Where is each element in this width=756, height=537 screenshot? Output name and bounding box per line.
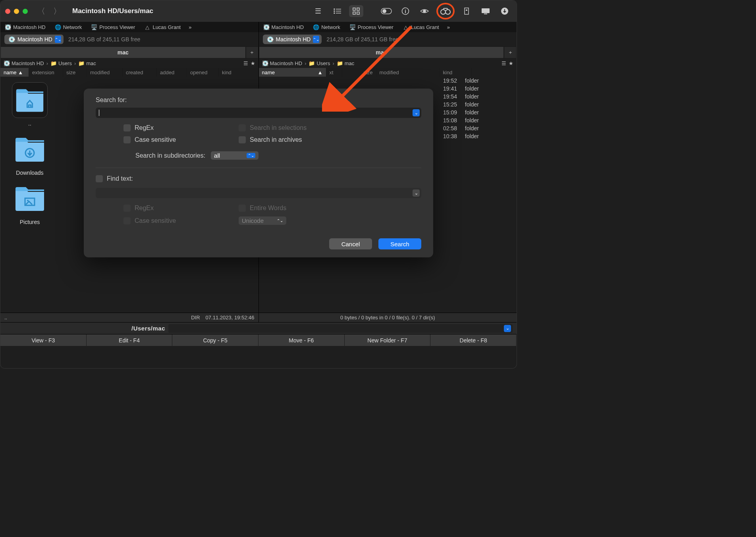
- info-icon[interactable]: i: [398, 5, 413, 17]
- search-button[interactable]: Search: [378, 238, 421, 249]
- tab-process-viewer[interactable]: 🖥️ Process Viewer: [345, 22, 398, 32]
- grid-view-icon[interactable]: [349, 5, 363, 17]
- breadcrumb-item[interactable]: 📁 mac: [78, 60, 96, 66]
- column-opened[interactable]: opened: [187, 68, 219, 77]
- gdrive-icon: △: [145, 24, 150, 30]
- breadcrumb-item[interactable]: 💽 Macintosh HD: [4, 60, 44, 66]
- fkey-edit[interactable]: Edit - F4: [87, 334, 173, 346]
- regex-checkbox-2: RegEx: [123, 205, 223, 212]
- column-name[interactable]: name▲: [259, 68, 326, 77]
- column-added[interactable]: added: [157, 68, 187, 77]
- entire-words-checkbox: Entire Words: [239, 205, 342, 212]
- new-tab-button[interactable]: ＋: [504, 46, 517, 58]
- toggle-icon[interactable]: [379, 5, 393, 17]
- hamburger-icon[interactable]: ☰: [311, 5, 325, 17]
- column-kind[interactable]: kind: [219, 68, 258, 77]
- cancel-button[interactable]: Cancel: [329, 238, 372, 249]
- tab-macintosh-hd[interactable]: 💽 Macintosh HD: [259, 22, 309, 32]
- breadcrumb-item[interactable]: 💽 Macintosh HD: [262, 60, 303, 66]
- volume-selector[interactable]: 💽 Macintosh HD ⌃⌄: [4, 35, 64, 44]
- find-text-checkbox[interactable]: Find text:: [96, 175, 421, 182]
- search-dialog: Search for: ⌄ RegEx Search in selections…: [84, 89, 433, 257]
- list-item[interactable]: Pictures: [6, 181, 54, 225]
- list-icon[interactable]: ☰: [243, 60, 248, 66]
- column-ext[interactable]: xt: [326, 68, 342, 77]
- table-row[interactable]: 19:52folder: [259, 77, 517, 85]
- fkey-bar: View - F3 Edit - F4 Copy - F5 Move - F6 …: [0, 334, 517, 346]
- case-sensitive-checkbox-2: Case sensitive: [123, 216, 223, 225]
- star-icon[interactable]: ★: [251, 60, 255, 66]
- column-modified[interactable]: modified: [87, 68, 123, 77]
- network-icon: 🌐: [313, 24, 319, 30]
- forward-button[interactable]: 〉: [53, 6, 61, 17]
- column-created[interactable]: created: [123, 68, 157, 77]
- find-text-input[interactable]: ⌄: [96, 188, 421, 198]
- subdir-label: Search in subdirectories:: [135, 152, 205, 159]
- subdir-select[interactable]: all ⌃⌄: [211, 151, 258, 160]
- status-left: .. DIR 07.11.2023, 19:52:46: [0, 313, 258, 322]
- download-icon[interactable]: [498, 5, 512, 17]
- tab-network[interactable]: 🌐 Network: [309, 22, 345, 32]
- hd-icon: 💽: [8, 36, 15, 42]
- star-icon[interactable]: ★: [509, 60, 513, 66]
- gdrive-icon: △: [403, 24, 409, 30]
- svg-point-14: [423, 10, 426, 12]
- fkey-view[interactable]: View - F3: [0, 334, 87, 346]
- home-folder-icon: [12, 82, 48, 118]
- volume-selector[interactable]: 💽 Macintosh HD ⌃⌄: [263, 35, 322, 44]
- directory-header-button[interactable]: mac: [259, 46, 504, 58]
- case-sensitive-checkbox[interactable]: Case sensitive: [123, 136, 223, 143]
- archive-icon[interactable]: [459, 5, 474, 17]
- back-button[interactable]: 〈: [37, 6, 45, 17]
- directory-header-button[interactable]: mac: [0, 46, 246, 58]
- regex-checkbox[interactable]: RegEx: [123, 124, 223, 131]
- close-window-button[interactable]: [5, 9, 10, 14]
- column-extension[interactable]: extension: [29, 68, 63, 77]
- tab-lucas-grant[interactable]: △ Lucas Grant: [398, 22, 444, 32]
- chevron-updown-icon: ⌃⌄: [313, 36, 319, 43]
- status-right: 0 bytes / 0 bytes in 0 / 0 file(s). 0 / …: [258, 313, 517, 322]
- list-icon[interactable]: ☰: [501, 60, 506, 66]
- tabs-overflow-button[interactable]: »: [185, 24, 195, 30]
- fkey-move[interactable]: Move - F6: [258, 334, 345, 346]
- fkey-delete[interactable]: Delete - F8: [430, 334, 517, 346]
- list-view-icon[interactable]: [330, 5, 344, 17]
- fkey-newfolder[interactable]: New Folder - F7: [345, 334, 431, 346]
- tab-lucas-grant[interactable]: △ Lucas Grant: [140, 22, 185, 32]
- tab-process-viewer[interactable]: 🖥️ Process Viewer: [87, 22, 140, 32]
- column-modified[interactable]: modified: [376, 68, 440, 77]
- column-name[interactable]: name ▲: [0, 68, 29, 77]
- tabs-overflow-button[interactable]: »: [444, 24, 453, 30]
- column-kind[interactable]: kind: [440, 68, 472, 77]
- search-input[interactable]: ⌄: [96, 108, 421, 118]
- svg-rect-19: [482, 8, 490, 13]
- eye-icon[interactable]: [417, 5, 432, 17]
- search-binoculars-icon[interactable]: [436, 3, 455, 19]
- new-tab-button[interactable]: ＋: [246, 46, 258, 58]
- encoding-select: Unicode ⌃⌄: [239, 216, 342, 225]
- toolbar: 〈 〉 Macintosh HD/Users/mac ☰ i: [0, 0, 517, 22]
- monitor-icon[interactable]: [478, 5, 493, 17]
- fkey-copy[interactable]: Copy - F5: [172, 334, 258, 346]
- column-size[interactable]: size: [342, 68, 376, 77]
- svg-point-24: [27, 200, 29, 201]
- column-size[interactable]: size: [63, 68, 87, 77]
- search-archives-checkbox[interactable]: Search in archives: [239, 136, 342, 143]
- tab-network[interactable]: 🌐 Network: [50, 22, 87, 32]
- svg-point-0: [334, 9, 335, 10]
- process-icon: 🖥️: [91, 24, 97, 30]
- svg-point-15: [441, 10, 446, 14]
- tab-macintosh-hd[interactable]: 💽 Macintosh HD: [0, 22, 50, 32]
- list-item[interactable]: ..: [6, 82, 54, 127]
- list-item[interactable]: Downloads: [6, 131, 54, 176]
- free-space-label: 214,28 GB of 245,11 GB free: [68, 36, 140, 42]
- path-input[interactable]: ⌄: [168, 324, 513, 333]
- breadcrumb-item[interactable]: 📁 Users: [50, 60, 72, 66]
- breadcrumb-item[interactable]: 📁 Users: [309, 60, 330, 66]
- maximize-window-button[interactable]: [23, 9, 28, 14]
- minimize-window-button[interactable]: [14, 9, 19, 14]
- chevron-down-icon[interactable]: ⌄: [413, 189, 420, 197]
- breadcrumb-item[interactable]: 📁 mac: [337, 60, 355, 66]
- chevron-down-icon[interactable]: ⌄: [504, 325, 511, 332]
- chevron-down-icon[interactable]: ⌄: [413, 109, 420, 116]
